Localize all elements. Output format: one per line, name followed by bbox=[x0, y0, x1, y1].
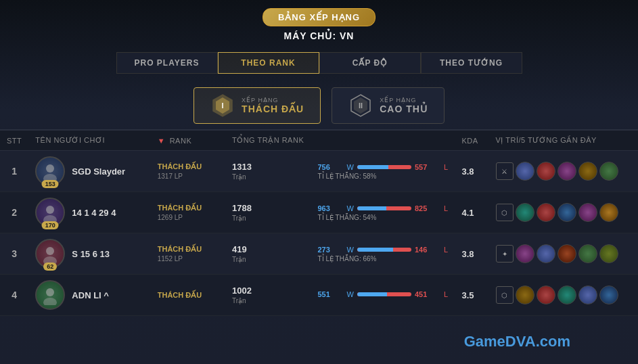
svg-point-10 bbox=[46, 247, 54, 255]
tab-cap-do[interactable]: CẤP ĐỘ bbox=[319, 52, 421, 74]
lp-text: 1269 LP bbox=[158, 214, 183, 221]
win-bar bbox=[357, 206, 411, 210]
sort-arrow-icon: ▼ bbox=[158, 137, 165, 145]
win-count: 963 bbox=[318, 204, 344, 212]
rank-number: 4 bbox=[0, 275, 28, 316]
loss-count: 825 bbox=[415, 204, 440, 212]
kda-value: 4.1 bbox=[461, 208, 474, 218]
header: BẢNG XẾP HẠNG MÁY CHỦ: VN bbox=[0, 0, 638, 45]
win-rate: TỈ LỆ THẮNG: 66% bbox=[318, 255, 449, 263]
kda-value: 3.8 bbox=[461, 249, 474, 259]
win-label: W bbox=[347, 290, 354, 298]
champ-icon bbox=[599, 286, 618, 304]
loss-count: 557 bbox=[415, 163, 440, 171]
avatar-wrap bbox=[35, 280, 65, 310]
loss-label: L bbox=[444, 290, 448, 298]
bang-xep-hang-button[interactable]: BẢNG XẾP HẠNG bbox=[263, 8, 375, 26]
kda-cell: 3.8 bbox=[455, 151, 488, 192]
svg-point-8 bbox=[46, 206, 54, 214]
total-num: 1788 bbox=[232, 203, 304, 213]
table-header-row: STT TÊN NGƯỜI CHƠI ▼ RANK TỔNG TRẬN RANK… bbox=[0, 131, 638, 151]
server-label: MÁY CHỦ: VN bbox=[0, 30, 638, 41]
win-bar-fill bbox=[357, 292, 387, 296]
avatar-badge: 62 bbox=[43, 263, 57, 271]
win-rate: TỈ LỆ THẮNG: 54% bbox=[318, 214, 449, 221]
rank-tier: THÁCH ĐẤU bbox=[158, 291, 219, 300]
champ-icon bbox=[537, 244, 555, 263]
kda-cell: 3.5 bbox=[455, 275, 488, 316]
rank-option-thach-dau[interactable]: I XẾP HẠNG THÁCH ĐẤU bbox=[193, 87, 321, 124]
rank-number: 3 bbox=[0, 233, 28, 275]
loss-label: L bbox=[444, 163, 448, 171]
leaderboard-table: STT TÊN NGƯỜI CHƠI ▼ RANK TỔNG TRẬN RANK… bbox=[0, 130, 638, 316]
win-bar-fill bbox=[357, 165, 388, 169]
svg-point-6 bbox=[46, 164, 54, 173]
positions-cell: ✦ bbox=[489, 233, 638, 275]
champ-icon bbox=[516, 203, 534, 222]
player-name[interactable]: ADN LI ^ bbox=[72, 290, 109, 300]
champ-icon bbox=[599, 162, 618, 181]
win-count: 273 bbox=[318, 246, 344, 254]
total-num: 419 bbox=[232, 244, 304, 254]
table-row[interactable]: 1 153 SGD Slayder THÁCH ĐẤU 1317 LP bbox=[0, 151, 638, 192]
avatar bbox=[35, 280, 65, 310]
rank-number: 1 bbox=[0, 151, 28, 192]
tab-theo-rank[interactable]: THEO RANK bbox=[218, 52, 319, 74]
player-cell: 153 SGD Slayder bbox=[28, 151, 150, 192]
positions-cell: ⬡ bbox=[489, 192, 638, 233]
champ-icon bbox=[516, 162, 534, 181]
total-cell: 1002 Trận bbox=[225, 275, 311, 316]
cao-thu-icon: II bbox=[348, 93, 373, 118]
tab-theo-tuong[interactable]: THEO TƯỚNG bbox=[421, 52, 522, 74]
player-name[interactable]: 14 1 4 29 4 bbox=[72, 208, 116, 218]
loss-label: L bbox=[444, 204, 448, 212]
champ-icon bbox=[599, 244, 618, 263]
total-cell: 1313 Trận bbox=[225, 151, 311, 192]
lp-text: 1152 LP bbox=[158, 255, 183, 263]
table-row[interactable]: 3 62 S 15 6 13 THÁCH ĐẤU 1152 LP bbox=[0, 233, 638, 275]
main-container: BẢNG XẾP HẠNG MÁY CHỦ: VN PRO PLAYERS TH… bbox=[0, 0, 638, 316]
rank-tier: THÁCH ĐẤU bbox=[158, 162, 219, 171]
tran-label: Trận bbox=[232, 256, 246, 263]
table-row[interactable]: 2 170 14 1 4 29 4 THÁCH ĐẤU 1269 LP bbox=[0, 192, 638, 233]
role-icon: ⚔ bbox=[496, 162, 514, 180]
avatar-wrap: 153 bbox=[35, 156, 65, 186]
player-name[interactable]: SGD Slayder bbox=[72, 166, 125, 177]
champ-icon bbox=[557, 162, 576, 181]
champ-icon bbox=[557, 203, 576, 222]
win-count: 756 bbox=[318, 163, 344, 171]
avatar-wrap: 62 bbox=[35, 239, 65, 269]
player-name[interactable]: S 15 6 13 bbox=[72, 249, 110, 259]
total-cell: 1788 Trận bbox=[225, 192, 311, 233]
total-num: 1313 bbox=[232, 162, 304, 172]
role-icon: ⬡ bbox=[496, 204, 514, 221]
lp-text: 1317 LP bbox=[158, 173, 183, 180]
avatar-wrap: 170 bbox=[35, 198, 65, 227]
tabs-container: PRO PLAYERS THEO RANK CẤP ĐỘ THEO TƯỚNG bbox=[116, 52, 522, 74]
col-header-stt: STT bbox=[0, 131, 28, 151]
total-cell: 419 Trận bbox=[225, 233, 311, 275]
champ-icon bbox=[578, 162, 597, 181]
tran-label: Trận bbox=[232, 173, 246, 181]
win-bar-fill bbox=[357, 206, 386, 210]
win-label: W bbox=[347, 163, 354, 171]
rank-info-cell: THÁCH ĐẤU bbox=[151, 275, 225, 316]
loss-count: 146 bbox=[415, 246, 440, 254]
player-cell: 170 14 1 4 29 4 bbox=[28, 192, 150, 233]
tab-pro-players[interactable]: PRO PLAYERS bbox=[116, 52, 218, 74]
role-icon: ✦ bbox=[496, 245, 514, 263]
kda-cell: 3.8 bbox=[455, 233, 488, 275]
kda-value: 3.5 bbox=[461, 290, 474, 300]
champ-icon bbox=[578, 203, 597, 222]
svg-point-13 bbox=[43, 298, 57, 305]
table-row[interactable]: 4 ADN LI ^ THÁCH ĐẤU 1002 bbox=[0, 275, 638, 316]
rank-option-cao-thu[interactable]: II XẾP HẠNG CAO THỦ bbox=[332, 87, 445, 124]
winloss-cell: 963 W 825 L TỈ LỆ THẮNG: 54% bbox=[311, 192, 455, 233]
player-cell: 62 S 15 6 13 bbox=[28, 233, 150, 275]
rank-selector: I XẾP HẠNG THÁCH ĐẤU II XẾP HẠNG CAO THỦ bbox=[0, 81, 638, 129]
champ-icon bbox=[516, 286, 534, 304]
tran-label: Trận bbox=[232, 214, 246, 222]
champ-icon bbox=[578, 244, 597, 263]
cao-thu-text: XẾP HẠNG CAO THỦ bbox=[380, 97, 428, 114]
win-rate: TỈ LỆ THẮNG: 58% bbox=[318, 173, 449, 180]
